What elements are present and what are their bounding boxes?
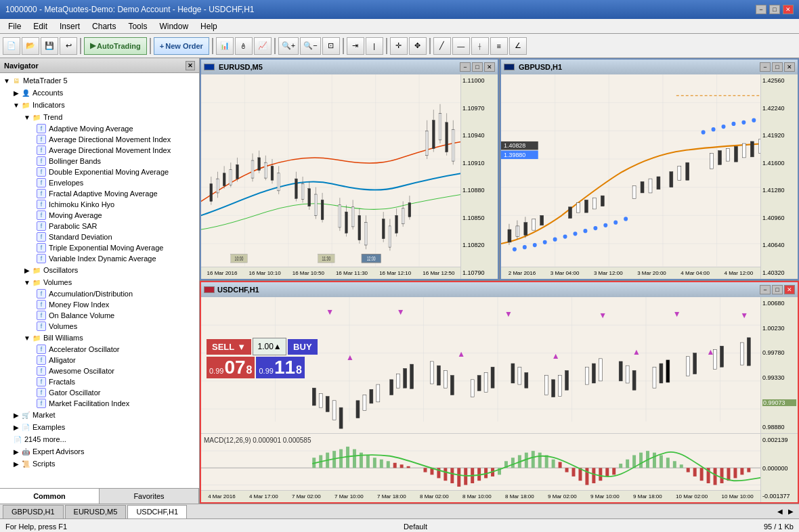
fib-btn[interactable]: ⟊ — [471, 37, 489, 55]
tree-examples[interactable]: ▶ 📄 Examples — [1, 421, 198, 433]
indicators-toggle[interactable]: ▼ — [12, 101, 20, 109]
macd-area[interactable]: MACD(12,26,9) 0.000901 0.000585 — [201, 434, 798, 502]
tree-indicators[interactable]: ▼ 📁 Indicators — [1, 99, 198, 111]
volumes-toggle[interactable]: ▼ — [23, 278, 31, 286]
new-order-button[interactable]: + New Order — [154, 37, 209, 55]
tree-accounts[interactable]: ▶ 👤 Accounts — [1, 87, 198, 99]
tree-vidya[interactable]: f Variable Index Dynamic Average — [1, 253, 198, 264]
eurusd-chart-body[interactable]: 10:00 11:30 12:00 1.11000 1.10970 1.1094… — [201, 74, 498, 279]
nav-tab-common[interactable]: Common — [0, 489, 100, 504]
usdchf-main-chart[interactable]: SELL ▼ 1.00 ▲ BUY — [201, 297, 798, 434]
gbpusd-minimize[interactable]: − — [760, 62, 771, 72]
tree-mfi[interactable]: f Money Flow Index — [1, 299, 198, 310]
usdchf-restore[interactable]: □ — [772, 285, 783, 294]
tree-frama[interactable]: f Fractal Adaptive Moving Average — [1, 188, 198, 199]
angle-btn[interactable]: ∠ — [509, 37, 527, 55]
tree-market[interactable]: ▶ 🛒 Market — [1, 409, 198, 421]
toolbar-new[interactable]: 📄 — [3, 37, 20, 55]
line-tool-btn[interactable]: ╱ — [433, 37, 451, 55]
navigator-close-button[interactable]: ✕ — [186, 61, 195, 70]
hline-btn[interactable]: — — [452, 37, 470, 55]
close-button[interactable]: ✕ — [783, 5, 794, 14]
menu-insert[interactable]: Insert — [54, 20, 85, 33]
usdchf-minimize[interactable]: − — [760, 285, 771, 294]
oscillators-toggle[interactable]: ▶ — [23, 266, 31, 274]
tree-bb[interactable]: f Bollinger Bands — [1, 156, 198, 167]
tree-psar[interactable]: f Parabolic SAR — [1, 221, 198, 231]
tree-ac[interactable]: f Accelerator Oscillator — [1, 344, 198, 355]
zoom-out-btn[interactable]: 🔍− — [300, 37, 320, 55]
toolbar-undo[interactable]: ↩ — [60, 37, 77, 55]
chart-candle-btn[interactable]: 🕯 — [235, 37, 253, 55]
tree-obv[interactable]: f On Balance Volume — [1, 310, 198, 321]
eurusd-minimize[interactable]: − — [460, 62, 471, 72]
tree-dema[interactable]: f Double Exponential Moving Average — [1, 167, 198, 177]
buy-button[interactable]: BUY — [288, 339, 317, 355]
usdchf-chart-body[interactable]: SELL ▼ 1.00 ▲ BUY — [201, 297, 798, 502]
tree-more[interactable]: 📄 2145 more... — [1, 433, 198, 445]
root-toggle[interactable]: ▼ — [3, 76, 11, 85]
tree-root[interactable]: ▼ 🖥 MetaTrader 5 — [1, 74, 198, 87]
tree-admi-2[interactable]: f Average Directional Movement Index — [1, 145, 198, 156]
minimize-button[interactable]: − — [756, 5, 766, 14]
tree-adaptive-ma[interactable]: f Adaptive Moving Average — [1, 123, 198, 134]
tree-admi-1[interactable]: f Average Directional Movement Index — [1, 134, 198, 145]
tree-ea[interactable]: ▶ 🤖 Expert Advisors — [1, 445, 198, 458]
gbpusd-restore[interactable]: □ — [772, 62, 783, 72]
lot-input[interactable]: 1.00 ▲ — [253, 338, 286, 355]
move-btn[interactable]: ✥ — [409, 37, 427, 55]
tree-ao[interactable]: f Awesome Oscillator — [1, 365, 198, 376]
gbpusd-chart-body[interactable]: 1.40828 1.39880 1.42560 1.42240 1.41920 … — [501, 74, 798, 279]
tree-ichimoku[interactable]: f Ichimoku Kinko Hyo — [1, 199, 198, 210]
menu-edit[interactable]: Edit — [28, 20, 53, 33]
gbpusd-close[interactable]: ✕ — [784, 62, 795, 72]
autotrading-button[interactable]: ▶ AutoTrading — [84, 37, 147, 55]
tree-alligator[interactable]: f Alligator — [1, 355, 198, 365]
fit-btn[interactable]: ⊡ — [322, 37, 340, 55]
navigator-content[interactable]: ▼ 🖥 MetaTrader 5 ▶ 👤 Accounts ▼ 📁 Indica… — [0, 73, 199, 488]
tree-envelopes[interactable]: f Envelopes — [1, 177, 198, 188]
zoom-in-btn[interactable]: 🔍+ — [278, 37, 299, 55]
tree-accum-dist[interactable]: f Accumulation/Distribution — [1, 288, 198, 299]
bw-toggle[interactable]: ▼ — [23, 334, 31, 342]
tree-trend[interactable]: ▼ 📁 Trend — [1, 111, 198, 123]
tree-tema[interactable]: f Triple Exponential Moving Average — [1, 242, 198, 253]
chart-bar-btn[interactable]: 📊 — [216, 37, 234, 55]
tab-gbpusd[interactable]: GBPUSD,H1 — [3, 505, 64, 518]
tree-fractals[interactable]: f Fractals — [1, 376, 198, 387]
menu-window[interactable]: Window — [154, 20, 194, 33]
examples-toggle[interactable]: ▶ — [12, 423, 20, 431]
eurusd-close[interactable]: ✕ — [484, 62, 495, 72]
market-toggle[interactable]: ▶ — [12, 411, 20, 419]
menu-charts[interactable]: Charts — [87, 20, 121, 33]
tab-scroll-right[interactable]: ▶ — [785, 505, 796, 518]
menu-file[interactable]: File — [3, 20, 26, 33]
tree-mfindex[interactable]: f Market Facilitation Index — [1, 398, 198, 409]
toolbar-open[interactable]: 📂 — [22, 37, 39, 55]
tab-eurusd[interactable]: EURUSD,M5 — [65, 505, 127, 518]
crosshair-btn[interactable]: ✛ — [390, 37, 408, 55]
tree-ma[interactable]: f Moving Average — [1, 210, 198, 221]
tree-bill-williams[interactable]: ▼ 📁 Bill Williams — [1, 332, 198, 344]
trend-toggle[interactable]: ▼ — [23, 113, 31, 121]
menu-help[interactable]: Help — [195, 20, 223, 33]
usdchf-close[interactable]: ✕ — [784, 285, 795, 294]
menu-tools[interactable]: Tools — [123, 20, 152, 33]
scroll-right-btn[interactable]: ⇥ — [347, 37, 364, 55]
tree-gator[interactable]: f Gator Oscillator — [1, 387, 198, 398]
period-sep-btn[interactable]: | — [366, 37, 383, 55]
tree-volumes-section[interactable]: ▼ 📁 Volumes — [1, 276, 198, 288]
tree-stddev[interactable]: f Standard Deviation — [1, 231, 198, 242]
toolbar-save[interactable]: 💾 — [41, 37, 58, 55]
tab-scroll-left[interactable]: ◀ — [775, 505, 785, 518]
scripts-toggle[interactable]: ▶ — [12, 460, 20, 468]
ea-toggle[interactable]: ▶ — [12, 447, 20, 456]
maximize-button[interactable]: □ — [769, 5, 780, 14]
accounts-toggle[interactable]: ▶ — [12, 89, 20, 97]
nav-tab-favorites[interactable]: Favorites — [100, 489, 199, 504]
sell-button[interactable]: SELL ▼ — [207, 339, 251, 355]
tab-usdchf[interactable]: USDCHF,H1 — [127, 505, 187, 518]
tree-volumes[interactable]: f Volumes — [1, 321, 198, 332]
chart-line-btn[interactable]: 📈 — [254, 37, 272, 55]
channel-btn[interactable]: ≡ — [490, 37, 508, 55]
